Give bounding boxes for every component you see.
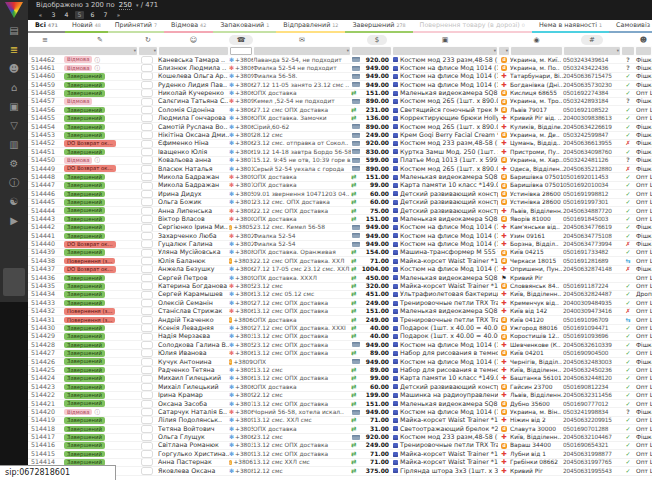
status-badge[interactable]: Завершений: [64, 367, 105, 374]
shop-icon[interactable]: ⌂: [4, 81, 24, 94]
tab-5[interactable]: Відправлений12: [276, 20, 345, 33]
customer-phone[interactable]: +3805: [235, 366, 253, 373]
status-badge[interactable]: Завершений: [64, 90, 105, 97]
customer-phone[interactable]: +3806: [235, 123, 253, 130]
tracking-number[interactable]: 0501692274384: [563, 90, 621, 97]
tracking-number[interactable]: 0503242599847: [563, 132, 621, 139]
call-status-icon[interactable]: ✻: [229, 148, 234, 155]
call-status-icon[interactable]: ✻: [229, 450, 234, 457]
status-badge[interactable]: Завершений: [64, 392, 105, 399]
call-status-icon[interactable]: ✻: [229, 132, 234, 139]
call-status-icon[interactable]: ✻: [229, 165, 234, 172]
stats-icon[interactable]: ▥: [4, 138, 24, 151]
status-badge[interactable]: Завершений: [64, 384, 105, 391]
filter-input-1[interactable]: ▾: [139, 47, 157, 55]
customer-phone[interactable]: +3805: [235, 283, 253, 290]
customer-phone[interactable]: +3808: [235, 207, 253, 214]
customer-phone[interactable]: +3806: [233, 316, 253, 323]
call-status-icon[interactable]: ✻: [229, 115, 234, 122]
table-row[interactable]: 514424ЗавершенийМихаил Гилецький✻+380613…: [28, 375, 652, 383]
call-status-icon[interactable]: ✻: [229, 417, 234, 424]
id-column-icon[interactable]: ≡: [42, 36, 48, 44]
page-4-button[interactable]: 4: [62, 11, 71, 19]
status-badge[interactable]: Завершений: [64, 233, 105, 240]
products-icon[interactable]: ▣: [4, 100, 24, 113]
customer-phone[interactable]: +3809: [235, 98, 253, 105]
ttn-column-icon[interactable]: #: [581, 35, 603, 45]
customer-phone[interactable]: +3809: [233, 358, 253, 365]
customer-phone[interactable]: +3807: [235, 157, 253, 164]
tab-9[interactable]: Самовивіз2: [609, 20, 652, 33]
status-badge[interactable]: Завершений: [64, 182, 105, 189]
tracking-number[interactable]: 20450632311456: [563, 392, 621, 399]
tracking-number[interactable]: 20450632483003: [563, 358, 621, 365]
call-status-icon[interactable]: ✻: [229, 299, 234, 306]
table-row[interactable]: 514417ЗавершенийОльга Глущук✻+380623.12 …: [28, 434, 652, 442]
call-status-icon[interactable]: ✻: [229, 173, 234, 180]
filter-input-9[interactable]: ▾: [564, 47, 620, 55]
status-badge[interactable]: Завершений: [64, 451, 105, 458]
table-row[interactable]: 514447ЗавершенийМикола Бадражан✻+3807ОПХ…: [28, 182, 652, 190]
customer-phone[interactable]: +3809: [235, 325, 253, 332]
status-badge[interactable]: Завершений: [64, 115, 105, 122]
tracking-number[interactable]: 0501691997301: [563, 199, 621, 206]
filter-input-8[interactable]: [511, 47, 562, 55]
integrations-icon[interactable]: ☯: [4, 195, 24, 208]
tab-7[interactable]: Повернення товару (в дорозі)0: [413, 20, 532, 33]
table-row[interactable]: 514445ЗавершенийОльга Божик✻+380123.12 с…: [28, 199, 652, 207]
table-row[interactable]: 514430ЗавершенийКсенія Левадняя✻+380927.…: [28, 325, 652, 333]
customer-phone[interactable]: +3807: [235, 400, 253, 407]
tracking-number[interactable]: 0501690654321: [563, 442, 621, 449]
customer-column-icon[interactable]: ☺: [190, 36, 197, 44]
status-badge[interactable]: Відмова: [64, 98, 92, 105]
tracking-number[interactable]: 0501692108522: [563, 106, 621, 113]
table-row[interactable]: 514448ЗавершенийМикола Бадражан✻+3809ОПХ…: [28, 173, 652, 181]
customer-phone[interactable]: +3803: [235, 333, 253, 340]
tracking-number[interactable]: 0501691733482: [563, 249, 621, 256]
status-badge[interactable]: Завершений: [64, 207, 105, 214]
tracking-number[interactable]: 20450635730230: [563, 81, 621, 88]
customer-phone[interactable]: +3802: [235, 232, 253, 239]
tracking-number[interactable]: 20450632610339: [563, 341, 621, 348]
tracking-number[interactable]: 20400309473416: [563, 308, 621, 315]
tracking-number[interactable]: 0503241998834: [563, 408, 621, 415]
table-row[interactable]: 514428ЗавершенийСолодкова Галина В..✻+38…: [28, 341, 652, 349]
tracking-number[interactable]: [563, 274, 621, 281]
table-row[interactable]: 514453ЗавершенийНікітіна Оксана Дми..✻+3…: [28, 132, 652, 140]
tracking-number[interactable]: 20450634773994: [563, 241, 621, 248]
customer-phone[interactable]: +3803: [233, 257, 253, 264]
customer-phone[interactable]: +3806: [235, 291, 253, 298]
table-row[interactable]: 514439ЗавершенийУляна Мусійовська✻+3808О…: [28, 249, 652, 257]
tracking-number[interactable]: 20450632450236: [563, 366, 621, 373]
table-row[interactable]: 514426ЗавершенийКучук Антонинаc+3809ОПХ9…: [28, 358, 652, 366]
status-badge[interactable]: Відмова: [64, 409, 92, 416]
status-badge[interactable]: Повернення (з...: [64, 317, 115, 324]
call-status-icon[interactable]: ✻: [229, 140, 234, 147]
table-row[interactable]: 514450ВідмоваⓘКовальова анна✻+380715.12.…: [28, 157, 652, 165]
customer-phone[interactable]: +3806: [235, 383, 253, 390]
tracking-number[interactable]: 20450632104467: [563, 434, 621, 441]
table-row[interactable]: 514444ЗавершенийАнна Липенська✻+380822.1…: [28, 207, 652, 215]
call-status-icon[interactable]: ✻: [229, 157, 234, 164]
tracking-number[interactable]: 20450635212880: [563, 165, 621, 172]
customer-phone[interactable]: +3805: [235, 190, 253, 197]
customer-phone[interactable]: +3806: [235, 308, 253, 315]
tab-8[interactable]: Нема в наявності1: [532, 20, 609, 33]
table-row[interactable]: 514441ЗавершенийЗахарченко Люба✻+3802Фиа…: [28, 232, 652, 240]
status-badge[interactable]: Відмова: [64, 157, 92, 164]
orders-icon[interactable]: ≣: [4, 43, 24, 56]
page-7-button[interactable]: 7: [101, 11, 110, 19]
tracking-number[interactable]: 0501690777012: [563, 400, 621, 407]
tracking-number[interactable]: 0501691187224: [563, 283, 621, 290]
customer-phone[interactable]: +3805: [235, 341, 253, 348]
table-row[interactable]: 514413ЗавершенийЯковлева Оксана✻+380812.…: [28, 467, 652, 475]
table-row[interactable]: 514449DO Возврат ок...Власюк Наталья✻+38…: [28, 165, 652, 173]
messenger-icon[interactable]: c: [229, 225, 232, 231]
tracking-number[interactable]: 0503242893184: [563, 98, 621, 105]
customer-phone[interactable]: +3801: [235, 199, 253, 206]
status-badge[interactable]: Завершений: [64, 191, 105, 198]
call-status-icon[interactable]: ✻: [229, 341, 234, 348]
filter-input-5[interactable]: [352, 47, 391, 55]
table-row[interactable]: 514429ЗавершенийНадія Мерзаєва✻+380313.1…: [28, 333, 652, 341]
tracking-number[interactable]: 0501691094471: [563, 325, 621, 332]
